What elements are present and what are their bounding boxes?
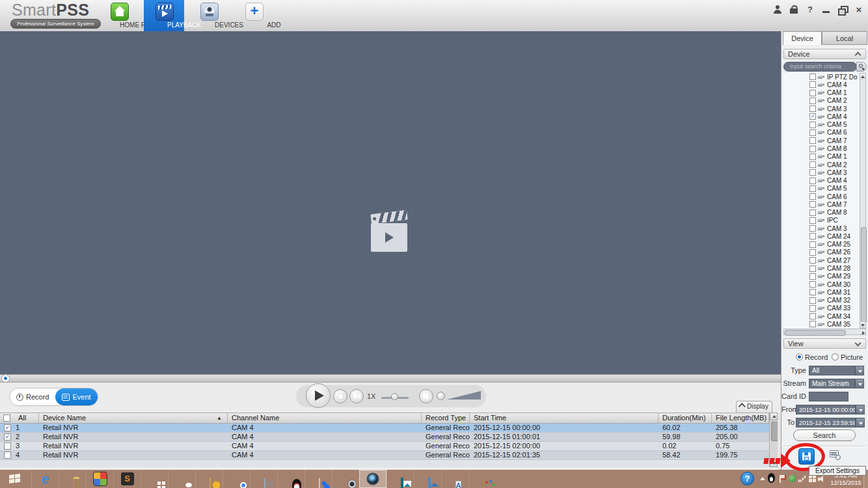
taskbar-dropbox-button[interactable] (305, 470, 332, 488)
device-tree-item[interactable]: IPC (783, 217, 860, 224)
volume-icon[interactable] (818, 475, 826, 483)
taskbar-qq-button[interactable] (277, 470, 305, 488)
tree-item-checkbox[interactable] (809, 122, 816, 128)
tree-item-checkbox[interactable] (809, 321, 816, 327)
taskbar-hipchat-button[interactable] (168, 470, 195, 488)
row-checkbox[interactable]: ✓ (4, 433, 11, 441)
nav-tab-devices[interactable]: DEVICES (189, 0, 229, 31)
device-tree-item[interactable]: CAM 5 (783, 121, 860, 129)
timeline-collapsed-bar[interactable] (0, 374, 781, 383)
device-tree-item[interactable]: CAM 3 (783, 169, 860, 176)
device-tree-item[interactable]: CAM 1 (783, 89, 860, 97)
lock-icon[interactable] (789, 5, 799, 14)
tree-item-checkbox[interactable] (809, 178, 816, 184)
export-plan-button[interactable] (830, 450, 843, 462)
scroll-thumb[interactable] (771, 422, 778, 441)
taskbar-image-viewer-button[interactable] (387, 470, 414, 488)
device-tree-item[interactable]: CAM 8 (783, 144, 860, 152)
device-tree-item[interactable]: CAM 33 (783, 305, 860, 312)
taskbar-outlook-button[interactable] (195, 470, 223, 488)
taskbar-puzzle-app-button[interactable] (86, 470, 113, 488)
network-signal-icon[interactable] (798, 475, 807, 482)
type-dropdown-button[interactable] (855, 366, 864, 375)
hidden-icons-chevron[interactable] (760, 477, 765, 480)
header-duration[interactable]: Duration(Min) (658, 413, 712, 423)
view-section-header[interactable]: View (783, 338, 866, 349)
device-tree-item[interactable]: CAM 2 (783, 97, 860, 105)
video-display-area[interactable] (0, 31, 781, 374)
taskbar-webcam-app-button[interactable] (332, 470, 359, 488)
tree-item-checkbox[interactable] (809, 289, 816, 295)
search-icon-button[interactable] (856, 62, 867, 72)
device-tree-item[interactable]: CAM 2 (783, 161, 860, 169)
device-tree-item[interactable]: CAM 28 (783, 264, 860, 272)
tree-item-checkbox[interactable] (809, 210, 816, 216)
device-tree-item[interactable]: CAM 32 (783, 296, 860, 304)
taskbar-ie-button[interactable]: e (31, 470, 59, 488)
volume-wedge[interactable] (447, 391, 481, 400)
taskbar-file-explorer-button[interactable] (59, 470, 86, 488)
device-tree-item[interactable]: CAM 5 (783, 185, 860, 193)
stream-select[interactable]: Main Stream (809, 379, 855, 388)
next-frame-button[interactable] (349, 389, 364, 403)
from-dropdown-button[interactable] (856, 405, 865, 414)
header-device-name[interactable]: Device Name▲ (39, 413, 228, 423)
tree-item-checkbox[interactable] (809, 217, 816, 224)
device-tree-item[interactable]: CAM 4 (783, 176, 860, 184)
sidebar-tab-device[interactable]: Device (783, 31, 822, 45)
tree-item-checkbox[interactable] (809, 90, 816, 96)
header-channel-name[interactable]: Channel Name (228, 413, 422, 423)
scroll-thumb[interactable] (785, 330, 846, 336)
timeline-expand-handle[interactable] (1, 374, 10, 383)
search-button[interactable]: Search (793, 429, 856, 441)
select-all-checkbox[interactable] (3, 414, 10, 422)
minimize-icon[interactable] (821, 5, 832, 14)
user-icon[interactable] (772, 5, 783, 14)
taskbar-smartpss-taskbar-button[interactable] (359, 470, 387, 488)
tree-item-checkbox[interactable] (809, 265, 816, 272)
tree-item-checkbox[interactable] (809, 273, 816, 280)
stop-button[interactable] (333, 389, 347, 403)
tree-item-checkbox[interactable]: ✓ (809, 113, 816, 120)
tree-item-checkbox[interactable] (809, 129, 816, 136)
tree-item-checkbox[interactable] (809, 281, 816, 288)
device-tree-item[interactable]: CAM 29 (783, 273, 860, 280)
tree-item-checkbox[interactable] (809, 249, 816, 256)
tree-item-checkbox[interactable] (809, 161, 816, 168)
radio-picture[interactable]: Picture (832, 353, 863, 361)
device-tree-item[interactable]: CAM 6 (783, 193, 860, 200)
table-row[interactable]: 4 Retail NVR CAM 4 General Record 2015-1… (0, 451, 769, 460)
device-tree-item[interactable]: CAM 7 (783, 200, 860, 208)
device-tree-item[interactable]: CAM 30 (783, 280, 860, 288)
device-tree-item[interactable]: CAM 25 (783, 241, 860, 249)
device-tree-item[interactable]: CAM 26 (783, 249, 860, 256)
taskbar-windows-store-button[interactable] (141, 470, 168, 488)
display-toggle-button[interactable]: Display (736, 401, 772, 413)
speed-slider-knob[interactable] (391, 393, 398, 400)
device-tree-item[interactable]: CAM 8 (783, 209, 860, 217)
nav-tab-playback[interactable]: PLAYBACK (144, 0, 184, 31)
to-dropdown-button[interactable] (856, 418, 865, 427)
taskbar-photos-button[interactable] (414, 470, 441, 488)
card-id-input[interactable] (809, 392, 848, 401)
device-tree-item[interactable]: CAM 4 (783, 81, 860, 88)
row-checkbox[interactable] (4, 452, 11, 459)
action-center-flag-icon[interactable] (780, 475, 786, 483)
device-tree-item[interactable]: CAM 3 (783, 105, 860, 113)
tree-item-checkbox[interactable] (809, 185, 816, 192)
tree-item-checkbox[interactable] (809, 233, 816, 239)
stream-dropdown-button[interactable] (855, 379, 864, 388)
play-button[interactable] (306, 383, 331, 408)
scroll-up-button[interactable] (770, 413, 778, 420)
tree-item-checkbox[interactable] (809, 313, 816, 319)
row-checkbox[interactable]: ✓ (4, 424, 11, 431)
windows-tray-icon[interactable] (809, 475, 816, 482)
table-row[interactable]: ✓ 1 Retail NVR CAM 4 General Record 2015… (0, 424, 769, 433)
device-tree-item[interactable]: IP PTZ Do (783, 73, 860, 81)
nav-tab-home-page[interactable]: HOME PAGE (99, 0, 139, 31)
tree-item-checkbox[interactable] (809, 305, 816, 312)
tree-item-checkbox[interactable] (809, 297, 816, 304)
start-button[interactable] (0, 470, 30, 488)
tree-item-checkbox[interactable] (809, 193, 816, 200)
tree-item-checkbox[interactable] (809, 146, 816, 152)
